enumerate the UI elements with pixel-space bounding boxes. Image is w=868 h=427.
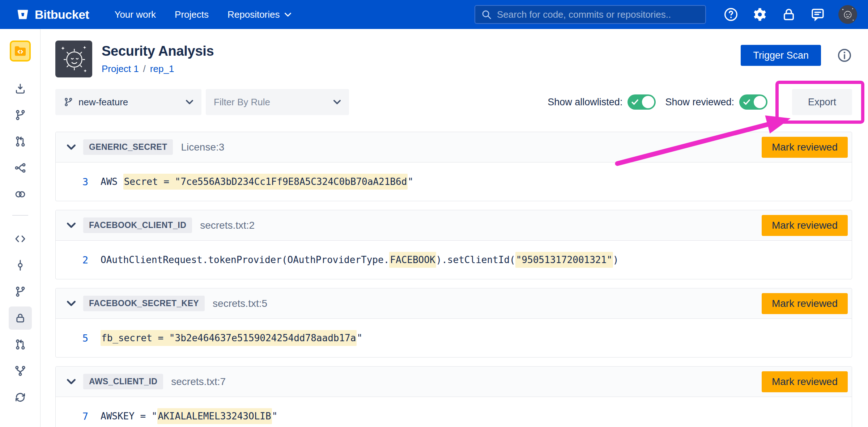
line-number[interactable]: 3	[67, 176, 88, 187]
rule-filter-selector[interactable]: Filter By Rule	[206, 89, 349, 115]
finding-location: secrets.txt:5	[213, 298, 267, 309]
finding-card: FACEBOOK_SECRET_KEY secrets.txt:5 Mark r…	[55, 288, 852, 358]
repo-avatar-image	[55, 41, 92, 77]
mark-reviewed-button[interactable]: Mark reviewed	[762, 293, 848, 314]
branch-selector-value: new-feature	[78, 97, 128, 108]
chevron-down-icon	[333, 100, 341, 105]
finding-card: GENERIC_SECRET License:3 Mark reviewed 3…	[55, 132, 852, 201]
finding-card-body: 3 AWS Secret = "7ce556A3bD234Cc1Ff9E8A5C…	[56, 162, 852, 201]
title-block: Security Analysis Project 1 / rep_1	[102, 41, 214, 77]
line-number[interactable]: 2	[67, 254, 88, 266]
breadcrumb: Project 1 / rep_1	[102, 63, 214, 75]
code-line: AWS Secret = "7ce556A3bD234Cc1Ff9E8A5C32…	[101, 176, 413, 187]
finding-location: secrets.txt:7	[171, 376, 226, 388]
forks-icon[interactable]	[9, 359, 32, 382]
global-search	[475, 5, 706, 24]
show-allowlisted-label: Show allowlisted:	[548, 97, 622, 108]
primary-nav: Your work Projects Repositories	[114, 9, 291, 20]
toggle-group: Show allowlisted: Show reviewed: Export	[548, 89, 852, 115]
profile-avatar[interactable]	[838, 5, 857, 24]
rule-badge: AWS_CLIENT_ID	[83, 374, 163, 389]
rule-badge: GENERIC_SECRET	[83, 139, 173, 155]
pull-request-icon[interactable]	[9, 130, 32, 153]
toggle-knob	[642, 96, 654, 108]
export-wrap: Export	[792, 89, 852, 115]
finding-card: FACEBOOK_CLIENT_ID secrets.txt:2 Mark re…	[55, 210, 852, 279]
breadcrumb-repo-link[interactable]: rep_1	[150, 63, 174, 75]
show-reviewed-label: Show reviewed:	[665, 97, 734, 108]
bitbucket-logo[interactable]: Bitbucket	[16, 8, 89, 22]
breadcrumb-separator: /	[143, 63, 146, 75]
chevron-down-icon	[284, 12, 292, 17]
top-navigation-bar: Bitbucket Your work Projects Repositorie…	[0, 0, 868, 29]
show-allowlisted-toggle[interactable]	[627, 94, 656, 110]
sync-icon[interactable]	[9, 386, 32, 409]
findings-list: GENERIC_SECRET License:3 Mark reviewed 3…	[55, 132, 852, 427]
brand-name: Bitbucket	[35, 8, 89, 22]
deployments-icon[interactable]	[9, 183, 32, 206]
finding-card-header: AWS_CLIENT_ID secrets.txt:7 Mark reviewe…	[56, 367, 852, 397]
export-button[interactable]: Export	[792, 89, 852, 115]
breadcrumb-project-link[interactable]: Project 1	[102, 63, 139, 75]
filter-toolbar: new-feature Filter By Rule Show allowlis…	[55, 89, 852, 115]
finding-card-body: 7 AWSKEY = "AKIALALEMEL33243OLIB"	[56, 397, 852, 427]
finding-card-body: 5 fb_secret = "3b2e464637e5159024254dd78…	[56, 319, 852, 357]
finding-location: License:3	[181, 141, 224, 153]
toggle-knob	[754, 96, 766, 108]
lock-icon[interactable]	[780, 6, 797, 23]
main-content: Security Analysis Project 1 / rep_1 Trig…	[41, 29, 868, 427]
search-icon	[481, 9, 492, 20]
code-line: AWSKEY = "AKIALALEMEL33243OLIB"	[101, 411, 277, 422]
mark-reviewed-button[interactable]: Mark reviewed	[762, 371, 848, 392]
show-reviewed-toggle[interactable]	[739, 94, 767, 110]
rule-filter-placeholder: Filter By Rule	[214, 97, 270, 108]
rule-badge: FACEBOOK_SECRET_KEY	[83, 296, 205, 311]
branch-icon	[63, 97, 73, 107]
line-number[interactable]: 7	[67, 411, 88, 422]
finding-card-body: 2 OAuthClientRequest.tokenProvider(OAuth…	[56, 241, 852, 279]
pull-requests-icon[interactable]	[9, 333, 32, 356]
collapse-chevron-icon[interactable]	[67, 222, 76, 228]
finding-location: secrets.txt:2	[200, 220, 255, 231]
chevron-down-icon	[186, 100, 193, 105]
branches-icon[interactable]	[9, 280, 32, 303]
code-line: fb_secret = "3b2e464637e5159024254dd78aa…	[101, 333, 362, 343]
finding-card: AWS_CLIENT_ID secrets.txt:7 Mark reviewe…	[55, 366, 852, 427]
finding-card-header: FACEBOOK_CLIENT_ID secrets.txt:2 Mark re…	[56, 210, 852, 241]
collapse-chevron-icon[interactable]	[67, 379, 76, 385]
gear-icon[interactable]	[752, 6, 768, 23]
info-icon[interactable]	[837, 48, 852, 63]
finding-card-header: FACEBOOK_SECRET_KEY secrets.txt:5 Mark r…	[56, 288, 852, 319]
source-code-icon[interactable]	[9, 227, 32, 250]
page-header: Security Analysis Project 1 / rep_1 Trig…	[55, 41, 852, 77]
rule-badge: FACEBOOK_CLIENT_ID	[83, 217, 192, 233]
sidebar-divider	[12, 215, 28, 216]
pipelines-icon[interactable]	[9, 156, 32, 179]
nav-repositories[interactable]: Repositories	[227, 9, 292, 20]
feedback-icon[interactable]	[809, 6, 826, 23]
collapse-chevron-icon[interactable]	[67, 300, 76, 306]
help-icon[interactable]	[723, 6, 739, 23]
code-line: OAuthClientRequest.tokenProvider(OAuthPr…	[101, 254, 618, 265]
sidebar-icon-list	[9, 77, 32, 412]
security-icon[interactable]	[9, 306, 32, 330]
mark-reviewed-button[interactable]: Mark reviewed	[762, 215, 848, 236]
branch-selector[interactable]: new-feature	[55, 89, 201, 115]
repository-sidebar	[0, 29, 41, 427]
branch-icon[interactable]	[9, 103, 32, 127]
clone-icon[interactable]	[9, 77, 32, 100]
nav-projects[interactable]: Projects	[175, 9, 209, 20]
page-title: Security Analysis	[102, 43, 214, 59]
nav-your-work[interactable]: Your work	[114, 9, 156, 20]
commits-icon[interactable]	[9, 254, 32, 277]
line-number[interactable]: 5	[67, 333, 88, 344]
mark-reviewed-button[interactable]: Mark reviewed	[762, 137, 848, 158]
header-actions: Trigger Scan	[741, 41, 852, 77]
collapse-chevron-icon[interactable]	[67, 144, 76, 150]
check-icon	[631, 98, 639, 106]
trigger-scan-button[interactable]: Trigger Scan	[741, 45, 821, 66]
search-input[interactable]	[496, 9, 699, 21]
repository-avatar[interactable]	[10, 41, 31, 62]
topbar-icon-group	[723, 5, 857, 24]
bitbucket-bucket-icon	[16, 8, 30, 21]
